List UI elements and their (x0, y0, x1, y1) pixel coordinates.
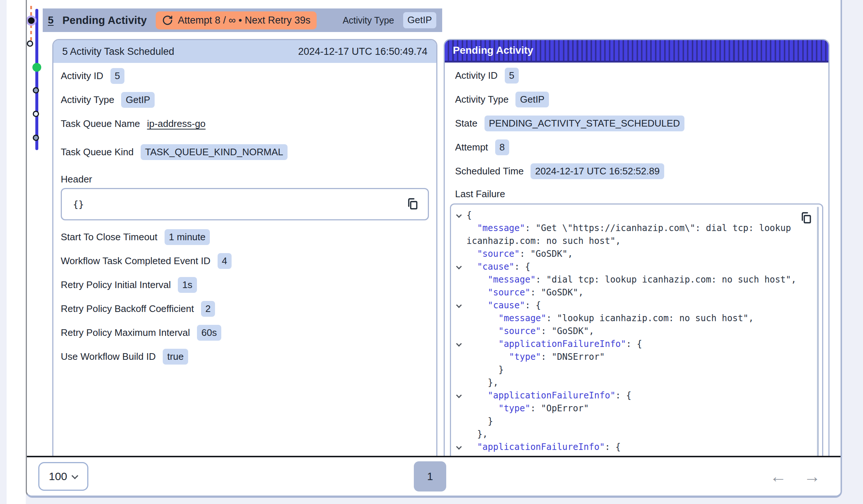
collapse-chevron-icon[interactable] (455, 260, 466, 273)
timeline-node-completed[interactable] (32, 63, 41, 72)
field-value-badge: TASK_QUEUE_KIND_NORMAL (141, 144, 288, 160)
field-row: Retry Policy Maximum Interval 60s (61, 324, 429, 341)
field-value-badge: 5 (505, 68, 519, 84)
field-label: Activity ID (61, 70, 103, 82)
code-line: { (455, 209, 816, 222)
field-row: State PENDING_ACTIVITY_STATE_SCHEDULED (450, 115, 823, 132)
field-value-badge: GetIP (515, 92, 549, 107)
code-gutter (455, 363, 466, 376)
field-label: Task Queue Kind (61, 146, 134, 158)
timeline-node-event-4[interactable] (33, 111, 39, 117)
code-gutter (455, 351, 466, 363)
code-line: "type": "Error" (455, 454, 816, 456)
field-value-badge: 1s (178, 277, 197, 293)
event-detail-header: 5 Activity Task Scheduled 2024-12-17 UTC… (53, 40, 436, 63)
field-label: Activity ID (455, 70, 498, 81)
field-label: Start To Close Timeout (61, 231, 158, 243)
field-row: Activity ID 5 (61, 67, 429, 85)
collapse-chevron-icon[interactable] (455, 441, 466, 454)
code-line: "cause": { (455, 299, 816, 312)
collapse-chevron-icon[interactable] (455, 338, 466, 351)
code-scrollbar[interactable] (817, 207, 819, 456)
task-queue-link[interactable]: ip-address-go (147, 118, 205, 129)
page-size-select[interactable]: 100 (38, 462, 88, 491)
copy-icon[interactable] (406, 196, 419, 211)
event-detail-timestamp: 2024-12-17 UTC 16:50:49.74 (298, 46, 427, 57)
code-lines: { "message": "Get \"https://icanhazip.co… (455, 209, 816, 456)
code-line: "type": "DNSError" (455, 351, 816, 363)
event-history-card: 5 Pending Activity Attempt 8 / ∞ • Next … (26, 0, 842, 498)
last-failure-code-block: { "message": "Get \"https://icanhazip.co… (450, 203, 823, 456)
field-label: State (455, 118, 478, 129)
field-row: Scheduled Time 2024-12-17 UTC 16:52:52.8… (450, 163, 823, 180)
code-line: }, (455, 428, 816, 441)
field-row: Retry Policy Initial Interval 1s (61, 276, 429, 294)
field-value-badge: 5 (110, 68, 124, 84)
last-failure-label: Last Failure (450, 187, 823, 201)
code-line: "source": "GoSDK", (455, 248, 816, 260)
timeline-node-pending-current[interactable] (28, 17, 35, 24)
timeline-node-event-5[interactable] (33, 135, 39, 141)
code-gutter (455, 428, 466, 441)
field-value-badge: 60s (197, 325, 221, 341)
code-gutter (455, 325, 466, 338)
previous-page-arrow-icon[interactable]: ← (770, 466, 787, 486)
next-page-arrow-icon[interactable]: → (804, 466, 821, 486)
adjacent-panel-edge (7, 0, 26, 504)
field-row: Use Workflow Build ID true (61, 348, 429, 365)
activity-type-badge: GetIP (403, 12, 436, 28)
code-line: "message": "dial tcp: lookup icanhazip.c… (455, 273, 816, 286)
field-label: Activity Type (61, 94, 114, 106)
pending-activity-row-header[interactable]: 5 Pending Activity Attempt 8 / ∞ • Next … (43, 8, 442, 32)
field-row: Workflow Task Completed Event ID 4 (61, 252, 429, 270)
event-timeline (27, 0, 53, 456)
retry-attempt-badge: Attempt 8 / ∞ • Next Retry 39s (156, 11, 317, 29)
pending-activity-panel: Pending Activity Activity ID 5 Activity … (444, 39, 829, 456)
field-row: Activity Type GetIP (450, 91, 823, 108)
pending-activity-title: Pending Activity (453, 45, 533, 56)
copy-icon[interactable] (799, 210, 813, 225)
activity-type-label: Activity Type (343, 15, 394, 26)
code-gutter (455, 312, 466, 325)
field-value-badge: true (163, 349, 188, 365)
code-line: } (455, 363, 816, 376)
code-gutter (455, 402, 466, 415)
field-row: Retry Policy Backoff Coefficient 2 (61, 300, 429, 317)
retry-icon (162, 15, 173, 26)
code-line: "message": "Get \"https://icanhazip.com\… (455, 222, 816, 248)
code-line: "cause": { (455, 260, 816, 273)
field-label: Retry Policy Maximum Interval (61, 327, 190, 338)
code-gutter (455, 248, 466, 260)
field-label: Attempt (455, 142, 488, 153)
field-label: Activity Type (455, 94, 508, 105)
scheduled-time-badge: 2024-12-17 UTC 16:52:52.89 (531, 163, 664, 179)
timeline-track (35, 9, 38, 150)
field-value-badge: 4 (218, 253, 232, 269)
event-id-link[interactable]: 5 (48, 14, 54, 26)
page-number-button[interactable]: 1 (414, 461, 446, 491)
code-gutter (455, 376, 466, 389)
collapse-chevron-icon[interactable] (455, 389, 466, 402)
retry-attempt-text: Attempt 8 / ∞ • Next Retry 39s (178, 15, 310, 26)
field-value-badge: 2 (201, 301, 215, 317)
collapse-chevron-icon[interactable] (455, 299, 466, 312)
code-line: "applicationFailureInfo": { (455, 389, 816, 402)
field-row: Task Queue Name ip-address-go (61, 115, 429, 132)
field-label: Task Queue Name (61, 118, 140, 129)
state-badge: PENDING_ACTIVITY_STATE_SCHEDULED (485, 116, 684, 131)
code-gutter (455, 454, 466, 456)
timeline-node-event-3[interactable] (33, 87, 39, 93)
code-line: }, (455, 376, 816, 389)
timeline-node-scheduled[interactable] (27, 40, 33, 47)
code-line: "applicationFailureInfo": { (455, 441, 816, 454)
event-detail-panel: 5 Activity Task Scheduled 2024-12-17 UTC… (52, 39, 437, 456)
code-line: "source": "GoSDK", (455, 286, 816, 299)
code-line: "type": "OpError" (455, 402, 816, 415)
field-label: Retry Policy Initial Interval (61, 279, 171, 291)
code-gutter (455, 415, 466, 428)
field-row: Attempt 8 (450, 139, 823, 156)
pagination-footer: 100 1 ← → (27, 457, 841, 496)
collapse-chevron-icon[interactable] (455, 209, 466, 222)
code-gutter (455, 273, 466, 286)
header-field-label: Header (61, 172, 429, 187)
